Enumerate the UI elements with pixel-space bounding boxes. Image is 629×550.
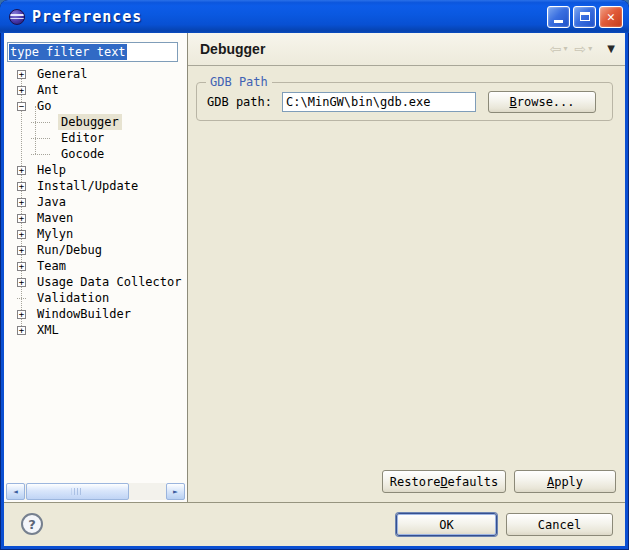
scrollbar-track[interactable] (25, 483, 166, 500)
page-nav-toolbar: ⇦ ▾ ⇨ ▾ ▼ (550, 42, 615, 56)
back-icon[interactable]: ⇦ (550, 42, 562, 56)
tree-item-label: Gocode (58, 146, 107, 162)
tree-item-maven[interactable]: +Maven (4, 210, 186, 226)
tree-item-gocode[interactable]: Gocode (4, 146, 186, 162)
tree-item-label: General (34, 66, 91, 82)
close-button[interactable]: ✕ (599, 6, 623, 28)
apply-mnemonic: A (547, 475, 554, 489)
tree-item-label: WindowBuilder (34, 306, 134, 322)
scroll-right-button[interactable]: ► (166, 483, 185, 500)
forward-icon[interactable]: ⇨ (575, 42, 587, 56)
tree-item-label: Validation (34, 290, 112, 306)
tree[interactable]: +General+Ant−GoDebuggerEditorGocode+Help… (4, 66, 186, 338)
expand-icon[interactable]: + (17, 230, 26, 239)
expand-icon[interactable]: + (17, 246, 26, 255)
expand-icon[interactable]: + (17, 214, 26, 223)
restore-defaults-label: efaults (448, 475, 499, 489)
preferences-dialog: Preferences ✕ type filter text +General+… (0, 0, 629, 550)
preferences-sidebar: type filter text +General+Ant−GoDebugger… (4, 33, 188, 502)
maximize-button[interactable] (573, 6, 596, 28)
tree-item-validation[interactable]: Validation (4, 290, 186, 306)
group-title: GDB Path (206, 75, 272, 89)
expand-icon[interactable]: + (17, 310, 26, 319)
tree-item-editor[interactable]: Editor (4, 130, 186, 146)
tree-item-install-update[interactable]: +Install/Update (4, 178, 186, 194)
tree-item-label: Run/Debug (34, 242, 105, 258)
expand-icon[interactable]: + (17, 182, 26, 191)
tree-item-label: Debugger (58, 114, 122, 130)
tree-item-ant[interactable]: +Ant (4, 82, 186, 98)
expand-icon[interactable]: + (17, 166, 26, 175)
tree-connector (31, 154, 50, 155)
tree-item-xml[interactable]: +XML (4, 322, 186, 338)
restore-defaults-label: Restore (390, 475, 441, 489)
collapse-icon[interactable]: − (17, 102, 26, 111)
dialog-body: type filter text +General+Ant−GoDebugger… (4, 33, 625, 546)
expand-icon[interactable]: + (17, 278, 26, 287)
tree-item-go[interactable]: −Go (4, 98, 186, 114)
gdb-path-label: GDB path: (207, 95, 272, 109)
restore-defaults-mnemonic: D (440, 475, 447, 489)
expand-icon[interactable]: + (17, 326, 26, 335)
expand-icon[interactable]: + (17, 262, 26, 271)
browse-label: rowse... (517, 95, 575, 109)
help-icon[interactable]: ? (21, 513, 43, 535)
tree-item-label: XML (34, 322, 62, 338)
eclipse-logo-icon (9, 9, 25, 25)
tree-connector (17, 298, 26, 299)
minimize-icon (554, 20, 563, 23)
tree-item-label: Go (34, 98, 54, 114)
minimize-button[interactable] (547, 6, 570, 28)
expand-icon[interactable]: + (17, 70, 26, 79)
scroll-left-button[interactable]: ◄ (6, 483, 25, 500)
view-menu-icon[interactable]: ▼ (607, 44, 615, 54)
filter-input[interactable]: type filter text (7, 42, 178, 62)
browse-button[interactable]: Browse... (488, 91, 596, 113)
tree-item-label: Team (34, 258, 69, 274)
tree-item-team[interactable]: +Team (4, 258, 186, 274)
expand-icon[interactable]: + (17, 86, 26, 95)
tree-item-label: Usage Data Collector (34, 274, 185, 290)
tree-item-windowbuilder[interactable]: +WindowBuilder (4, 306, 186, 322)
cancel-button[interactable]: Cancel (506, 513, 613, 536)
window-title: Preferences (32, 8, 142, 26)
tree-item-label: Java (34, 194, 69, 210)
restore-defaults-button[interactable]: Restore Defaults (382, 470, 506, 493)
tree-item-label: Maven (34, 210, 76, 226)
gdb-path-group: GDB Path GDB path: Browse... (196, 82, 613, 121)
tree-item-label: Ant (34, 82, 62, 98)
tree-item-run-debug[interactable]: +Run/Debug (4, 242, 186, 258)
back-menu-icon[interactable]: ▾ (564, 45, 568, 53)
expand-icon[interactable]: + (17, 198, 26, 207)
page-header: Debugger ⇦ ▾ ⇨ ▾ ▼ (188, 33, 625, 66)
tree-connector (31, 138, 50, 139)
tree-item-label: Install/Update (34, 178, 141, 194)
page-title: Debugger (200, 41, 265, 57)
tree-item-label: Help (34, 162, 69, 178)
horizontal-scrollbar[interactable]: ◄ ► (6, 483, 185, 500)
titlebar: Preferences ✕ (0, 0, 629, 33)
apply-label: pply (554, 475, 583, 489)
ok-button[interactable]: OK (396, 513, 497, 536)
tree-item-label: Mylyn (34, 226, 76, 242)
tree-item-mylyn[interactable]: +Mylyn (4, 226, 186, 242)
tree-item-label: Editor (58, 130, 107, 146)
tree-connector (31, 122, 50, 123)
forward-menu-icon[interactable]: ▾ (588, 45, 592, 53)
browse-label-mnemonic: B (510, 95, 517, 109)
maximize-icon (580, 12, 590, 21)
tree-item-general[interactable]: +General (4, 66, 186, 82)
gdb-path-input[interactable] (282, 92, 476, 112)
tree-item-java[interactable]: +Java (4, 194, 186, 210)
tree-item-debugger[interactable]: Debugger (4, 114, 186, 130)
filter-selected-text: type filter text (9, 44, 127, 60)
button-bar: ? OK Cancel (4, 502, 625, 546)
preference-page: Debugger ⇦ ▾ ⇨ ▾ ▼ GDB Path GDB path: Br… (188, 33, 625, 502)
scrollbar-thumb[interactable] (26, 483, 129, 500)
tree-item-usage-data-collector[interactable]: +Usage Data Collector (4, 274, 186, 290)
apply-button[interactable]: Apply (514, 470, 616, 493)
tree-item-help[interactable]: +Help (4, 162, 186, 178)
